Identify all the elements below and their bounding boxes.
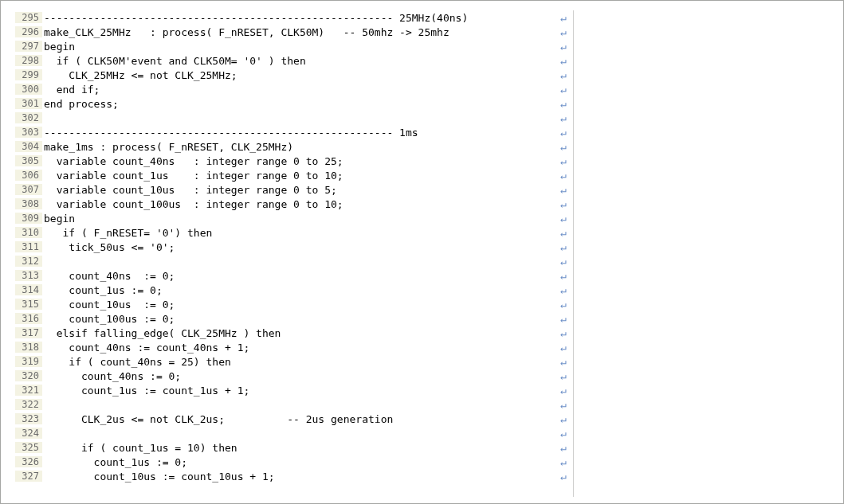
code-line[interactable]: 299 CLK_25MHz <= not CLK_25MHz;↵ xyxy=(15,68,567,82)
eol-icon: ↵ xyxy=(559,356,567,368)
code-text: variable count_40ns : integer range 0 to… xyxy=(42,155,559,167)
line-number: 313 xyxy=(15,270,42,281)
code-line[interactable]: 305 variable count_40ns : integer range … xyxy=(15,154,567,168)
code-text: make_1ms : process( F_nRESET, CLK_25MHz) xyxy=(42,141,559,153)
line-number: 317 xyxy=(15,327,42,338)
code-line[interactable]: 297begin↵ xyxy=(15,39,567,53)
eol-icon: ↵ xyxy=(559,342,567,354)
code-line[interactable]: 310 if ( F_nRESET= '0') then↵ xyxy=(15,225,567,240)
code-text: count_10us := 0; xyxy=(42,299,559,311)
eol-icon: ↵ xyxy=(559,127,567,139)
code-text: count_1us := 0; xyxy=(42,284,559,296)
code-text: if ( F_nRESET= '0') then xyxy=(42,227,559,239)
code-line[interactable]: 295-------------------------------------… xyxy=(15,10,567,25)
code-text: CLK_2us <= not CLK_2us; -- 2us generatio… xyxy=(42,413,559,425)
code-line[interactable]: 296make_CLK_25MHz : process( F_nRESET, C… xyxy=(15,25,567,39)
code-line[interactable]: 306 variable count_1us : integer range 0… xyxy=(15,168,567,182)
eol-icon: ↵ xyxy=(559,442,567,454)
code-line[interactable]: 317 elsif falling_edge( CLK_25MHz ) then… xyxy=(15,326,567,340)
line-number: 316 xyxy=(15,313,42,324)
code-line[interactable]: 319 if ( count_40ns = 25) then↵ xyxy=(15,354,567,369)
code-line[interactable]: 302↵ xyxy=(15,111,567,125)
eol-icon: ↵ xyxy=(559,26,567,38)
code-line[interactable]: 308 variable count_100us : integer range… xyxy=(15,197,567,211)
code-line[interactable]: 313 count_40ns := 0;↵ xyxy=(15,268,567,283)
line-number: 324 xyxy=(15,428,42,439)
code-line[interactable]: 316 count_100us := 0;↵ xyxy=(15,311,567,326)
eol-icon: ↵ xyxy=(559,284,567,296)
pane-divider xyxy=(573,10,590,497)
eol-icon: ↵ xyxy=(559,170,567,182)
code-line[interactable]: 300 end if;↵ xyxy=(15,82,567,96)
code-text: if ( count_1us = 10) then xyxy=(42,442,559,454)
code-line[interactable]: 326 count_1us := 0;↵ xyxy=(15,455,567,469)
code-line[interactable]: 304make_1ms : process( F_nRESET, CLK_25M… xyxy=(15,139,567,154)
code-line[interactable]: 312 ↵ xyxy=(15,254,567,268)
code-text: begin xyxy=(42,41,559,53)
line-number: 308 xyxy=(15,198,42,209)
line-number: 319 xyxy=(15,356,42,367)
eol-icon: ↵ xyxy=(559,227,567,239)
eol-icon: ↵ xyxy=(559,299,567,311)
code-text: variable count_1us : integer range 0 to … xyxy=(42,170,559,182)
code-text xyxy=(42,256,559,268)
code-line[interactable]: 315 count_10us := 0;↵ xyxy=(15,297,567,311)
line-number: 318 xyxy=(15,342,42,353)
code-line[interactable]: 321 count_1us := count_1us + 1;↵ xyxy=(15,383,567,397)
code-text: count_40ns := 0; xyxy=(42,370,559,382)
eol-icon: ↵ xyxy=(559,141,567,153)
code-text: if ( count_40ns = 25) then xyxy=(42,356,559,368)
eol-icon: ↵ xyxy=(559,471,567,483)
code-line[interactable]: 309begin↵ xyxy=(15,211,567,225)
code-line[interactable]: 325 if ( count_1us = 10) then↵ xyxy=(15,440,567,455)
code-text: count_40ns := count_40ns + 1; xyxy=(42,342,559,354)
code-text: end if; xyxy=(42,84,559,96)
eol-icon: ↵ xyxy=(559,327,567,339)
code-line[interactable]: 322 ↵ xyxy=(15,397,567,412)
code-line[interactable]: 327 count_10us := count_10us + 1;↵ xyxy=(15,469,567,483)
line-number: 309 xyxy=(15,213,42,224)
eol-icon: ↵ xyxy=(559,256,567,268)
eol-icon: ↵ xyxy=(559,184,567,196)
line-number: 320 xyxy=(15,370,42,381)
eol-icon: ↵ xyxy=(559,456,567,468)
line-number: 307 xyxy=(15,184,42,195)
eol-icon: ↵ xyxy=(559,313,567,325)
line-number: 321 xyxy=(15,385,42,396)
code-text xyxy=(42,428,559,440)
eol-icon: ↵ xyxy=(559,270,567,282)
code-line[interactable]: 318 count_40ns := count_40ns + 1;↵ xyxy=(15,340,567,354)
line-number: 311 xyxy=(15,241,42,252)
code-line[interactable]: 323 CLK_2us <= not CLK_2us; -- 2us gener… xyxy=(15,412,567,426)
code-text: variable count_10us : integer range 0 to… xyxy=(42,184,559,196)
code-line[interactable]: 301end process;↵ xyxy=(15,96,567,111)
line-number: 296 xyxy=(15,26,42,37)
eol-icon: ↵ xyxy=(559,55,567,67)
code-line[interactable]: 307 variable count_10us : integer range … xyxy=(15,182,567,197)
code-line[interactable]: 320 count_40ns := 0;↵ xyxy=(15,369,567,383)
code-line[interactable]: 314 count_1us := 0;↵ xyxy=(15,283,567,297)
code-text: count_40ns := 0; xyxy=(42,270,559,282)
line-number: 312 xyxy=(15,256,42,267)
code-line[interactable]: 303-------------------------------------… xyxy=(15,125,567,139)
eol-icon: ↵ xyxy=(559,370,567,382)
eol-icon: ↵ xyxy=(559,399,567,411)
line-number: 298 xyxy=(15,55,42,66)
code-text: variable count_100us : integer range 0 t… xyxy=(42,198,559,210)
line-number: 323 xyxy=(15,413,42,424)
eol-icon: ↵ xyxy=(559,12,567,24)
line-number: 299 xyxy=(15,69,42,80)
code-line[interactable]: 298 if ( CLK50M'event and CLK50M= '0' ) … xyxy=(15,53,567,68)
eol-icon: ↵ xyxy=(559,413,567,425)
line-number: 303 xyxy=(15,127,42,138)
code-line[interactable]: 311 tick_50us <= '0';↵ xyxy=(15,240,567,254)
eol-icon: ↵ xyxy=(559,385,567,397)
line-number: 325 xyxy=(15,442,42,453)
line-number: 304 xyxy=(15,141,42,152)
eol-icon: ↵ xyxy=(559,198,567,210)
eol-icon: ↵ xyxy=(559,241,567,253)
line-number: 326 xyxy=(15,456,42,467)
code-line[interactable]: 324 ↵ xyxy=(15,426,567,440)
code-text: ----------------------------------------… xyxy=(42,127,559,139)
code-text: count_10us := count_10us + 1; xyxy=(42,471,559,483)
